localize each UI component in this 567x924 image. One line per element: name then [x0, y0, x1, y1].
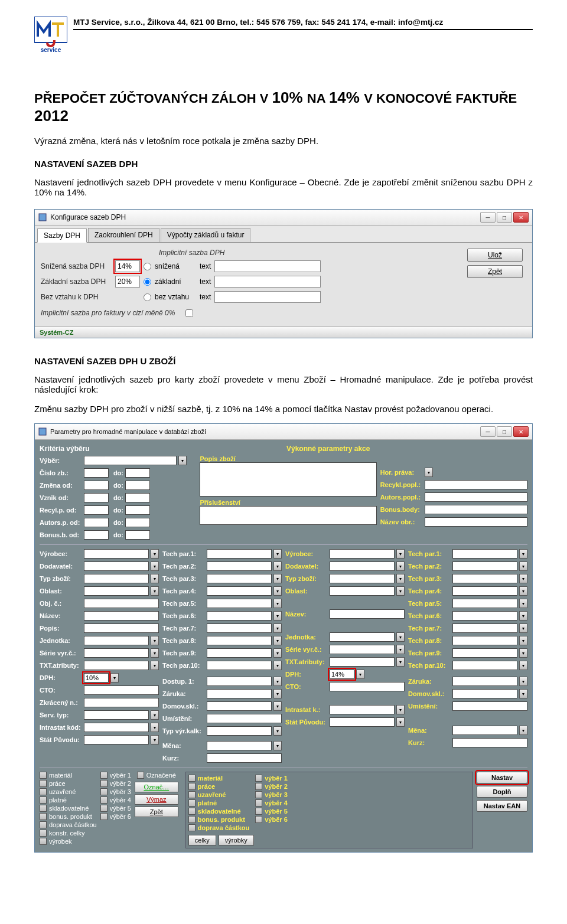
servtyp-input[interactable] [84, 710, 149, 720]
y-techpar-5-input[interactable] [452, 599, 517, 608]
dropdown-icon[interactable]: ▾ [519, 549, 527, 559]
celky-button[interactable]: celky [188, 835, 216, 845]
y-techpar-8-input[interactable] [452, 636, 517, 645]
dropdown-icon[interactable]: ▾ [151, 723, 159, 732]
bonusb-input[interactable] [84, 530, 109, 540]
cto-input[interactable] [84, 685, 159, 695]
dropdown-icon[interactable]: ▾ [519, 561, 527, 571]
popis-textarea[interactable] [200, 462, 376, 497]
dropdown-icon[interactable]: ▾ [519, 726, 527, 735]
y-techpar-2-input[interactable] [452, 561, 517, 571]
domov-input[interactable] [207, 701, 272, 711]
check-výrobek[interactable] [40, 838, 47, 845]
oznacene-check[interactable] [137, 772, 144, 779]
dropdown-icon[interactable]: ▾ [396, 549, 405, 559]
typz-input[interactable] [84, 574, 149, 583]
dropdown-icon[interactable]: ▾ [151, 574, 159, 583]
vznik-input[interactable] [84, 493, 109, 502]
y-umist-input[interactable] [452, 701, 527, 711]
dropdown-icon[interactable]: ▾ [519, 677, 527, 686]
y-zaruka-input[interactable] [452, 677, 517, 686]
prislus-textarea[interactable] [200, 506, 376, 525]
dropdown-icon[interactable]: ▾ [273, 726, 282, 736]
check-výběr 1[interactable] [100, 772, 107, 779]
check-materiál[interactable] [40, 772, 47, 779]
dropdown-icon[interactable]: ▾ [273, 574, 282, 583]
dropdown-icon[interactable]: ▾ [519, 623, 527, 633]
check-výběr 2[interactable] [255, 783, 262, 790]
check-materiál[interactable] [188, 775, 195, 782]
dropdown-icon[interactable]: ▾ [356, 670, 364, 679]
check-výběr 1[interactable] [255, 775, 262, 782]
objc-input[interactable] [84, 599, 159, 608]
jednotka-input[interactable] [84, 636, 149, 645]
zaruka-input[interactable] [207, 689, 272, 698]
y-txtatr-input[interactable] [330, 657, 395, 667]
y-techpar-1-input[interactable] [452, 549, 517, 559]
implicit-fx-checkbox[interactable] [185, 309, 193, 317]
dropdown-icon[interactable]: ▾ [273, 561, 282, 571]
back-button[interactable]: Zpět [467, 265, 523, 278]
oblast-input[interactable] [84, 586, 149, 596]
vyrobky-button[interactable]: výrobky [219, 835, 254, 845]
vymaz-button[interactable]: Výmaz [135, 794, 178, 805]
y-mena-input[interactable] [452, 726, 517, 735]
y-techpar-3-input[interactable] [452, 574, 517, 583]
check-bonus. produkt[interactable] [40, 813, 47, 820]
dropdown-icon[interactable]: ▾ [273, 599, 282, 608]
dropdown-icon[interactable]: ▾ [273, 636, 282, 645]
dropdown-icon[interactable]: ▾ [273, 701, 282, 711]
popisL-input[interactable] [84, 623, 159, 633]
check-výběr 5[interactable] [255, 808, 262, 815]
check-výběr 6[interactable] [100, 813, 107, 820]
dropdown-icon[interactable]: ▾ [151, 648, 159, 658]
intrastat-input[interactable] [84, 723, 149, 732]
dropdown-icon[interactable]: ▾ [273, 741, 282, 750]
dropdown-icon[interactable]: ▾ [396, 645, 405, 654]
dropdown-icon[interactable]: ▾ [396, 561, 405, 571]
y-jedn-input[interactable] [330, 632, 395, 642]
y-domov-input[interactable] [452, 689, 517, 698]
dropdown-icon[interactable]: ▾ [519, 648, 527, 658]
zmena-input[interactable] [84, 481, 109, 490]
dph-right-input[interactable] [330, 670, 354, 679]
dropdown-icon[interactable]: ▾ [519, 661, 527, 670]
check-bonus. produkt[interactable] [188, 816, 195, 823]
recyl-do-input[interactable] [125, 505, 150, 515]
y-serie-input[interactable] [330, 645, 395, 654]
dropdown-icon[interactable]: ▾ [519, 574, 527, 583]
dropdown-icon[interactable]: ▾ [519, 689, 527, 698]
autors-do-input[interactable] [125, 518, 150, 527]
zakladni-input[interactable] [115, 276, 140, 288]
text-input-1[interactable] [214, 260, 321, 272]
y-techpar-4-input[interactable] [452, 586, 517, 596]
y-techpar-9-input[interactable] [452, 648, 517, 658]
check-práce[interactable] [40, 780, 47, 787]
snizena-input[interactable] [115, 260, 140, 272]
dph-left-input[interactable] [84, 673, 109, 683]
radio-zakladni[interactable] [144, 278, 151, 286]
close-button[interactable]: ✕ [513, 212, 529, 223]
cislo-do-input[interactable] [125, 468, 150, 478]
dropdown-icon[interactable]: ▾ [273, 611, 282, 621]
check-výběr 4[interactable] [100, 796, 107, 804]
check-výběr 6[interactable] [255, 816, 262, 823]
maximize-button[interactable]: □ [497, 212, 512, 223]
check-výběr 3[interactable] [255, 791, 262, 798]
tab-vypocty-zakladu[interactable]: Výpočty základů u faktur [161, 228, 251, 242]
dropdown-icon[interactable]: ▾ [151, 561, 159, 571]
dropdown-icon[interactable]: ▾ [151, 735, 159, 745]
dropdown-icon[interactable]: ▾ [151, 710, 159, 720]
check-výběr 4[interactable] [255, 799, 262, 807]
vyber-input[interactable] [84, 456, 177, 465]
serie-input[interactable] [84, 648, 149, 658]
nastav-ean-button[interactable]: Nastav EAN [477, 800, 527, 812]
dropdown-icon[interactable]: ▾ [396, 574, 405, 583]
techpar-1-input[interactable] [207, 549, 272, 559]
text-input-3[interactable] [214, 291, 321, 303]
y-kurz-input[interactable] [452, 738, 527, 747]
nastav-button[interactable]: Nastav [477, 772, 527, 783]
nazev-input[interactable] [84, 611, 159, 621]
y-oblast-input[interactable] [330, 586, 395, 596]
y-cto-input[interactable] [330, 682, 405, 691]
